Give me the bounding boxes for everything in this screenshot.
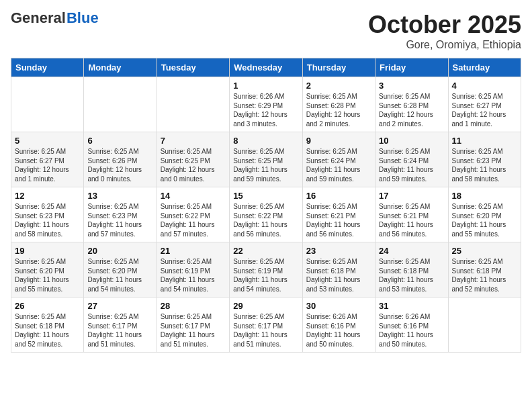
cell-info: Daylight: 11 hours and 56 minutes. [379,220,444,238]
day-number: 19 [15,246,80,256]
cell-info: Sunset: 6:28 PM [379,101,444,111]
cell-info: Daylight: 12 hours and 1 minute. [15,165,80,183]
cell-info: Sunrise: 6:25 AM [306,147,371,156]
day-number: 4 [452,81,517,91]
cell-info: Daylight: 11 hours and 56 minutes. [306,220,371,238]
cell-info: Sunset: 6:16 PM [306,322,371,331]
location-subtitle: Gore, Oromiya, Ethiopia [368,39,521,51]
calendar-header-row: SundayMondayTuesdayWednesdayThursdayFrid… [11,58,521,77]
day-number: 1 [233,81,298,91]
cell-info: Sunrise: 6:25 AM [87,202,152,212]
header-tuesday: Tuesday [157,58,229,77]
cell-info: Sunset: 6:24 PM [306,156,371,166]
day-number: 2 [306,81,371,91]
calendar-cell [11,77,84,132]
cell-info: Sunset: 6:21 PM [306,212,371,221]
day-number: 9 [306,136,371,146]
day-number: 28 [161,301,226,311]
cell-info: Daylight: 11 hours and 51 minutes. [233,330,298,349]
calendar-cell: 13Sunrise: 6:25 AMSunset: 6:23 PMDayligh… [84,187,157,242]
calendar-cell: 12Sunrise: 6:25 AMSunset: 6:23 PMDayligh… [11,187,84,242]
calendar-cell: 9Sunrise: 6:25 AMSunset: 6:24 PMDaylight… [302,132,375,187]
cell-info: Daylight: 12 hours and 2 minutes. [306,110,371,128]
cell-info: Sunset: 6:23 PM [15,212,80,221]
cell-info: Sunset: 6:17 PM [233,322,298,331]
cell-info: Sunrise: 6:25 AM [161,202,226,212]
cell-info: Daylight: 11 hours and 59 minutes. [233,165,298,183]
cell-info: Sunrise: 6:25 AM [233,257,298,267]
cell-info: Sunset: 6:28 PM [306,101,371,111]
page-header: General Blue October 2025 Gore, Oromiya,… [11,11,521,51]
header-sunday: Sunday [11,58,84,77]
calendar-week-2: 5Sunrise: 6:25 AMSunset: 6:27 PMDaylight… [11,132,521,187]
cell-info: Sunrise: 6:25 AM [15,312,80,322]
calendar-cell: 31Sunrise: 6:26 AMSunset: 6:16 PMDayligh… [375,298,448,353]
cell-info: Sunrise: 6:25 AM [452,147,517,156]
cell-info: Daylight: 11 hours and 56 minutes. [233,220,298,238]
cell-info: Sunset: 6:16 PM [379,322,444,331]
day-number: 3 [379,81,444,91]
cell-info: Sunset: 6:18 PM [15,322,80,331]
calendar-cell: 20Sunrise: 6:25 AMSunset: 6:20 PMDayligh… [84,242,157,298]
cell-info: Sunrise: 6:25 AM [379,147,444,156]
cell-info: Sunrise: 6:26 AM [233,92,298,101]
day-number: 24 [379,246,444,256]
calendar-cell: 1Sunrise: 6:26 AMSunset: 6:29 PMDaylight… [230,77,302,132]
cell-info: Sunset: 6:18 PM [452,267,517,276]
calendar-cell: 19Sunrise: 6:25 AMSunset: 6:20 PMDayligh… [11,242,84,298]
logo: General Blue [11,11,78,26]
cell-info: Sunset: 6:18 PM [306,267,371,276]
cell-info: Daylight: 11 hours and 58 minutes. [452,165,517,183]
day-number: 6 [87,136,152,146]
cell-info: Sunrise: 6:25 AM [379,92,444,101]
cell-info: Daylight: 11 hours and 52 minutes. [15,330,80,349]
cell-info: Sunset: 6:19 PM [233,267,298,276]
cell-info: Sunset: 6:23 PM [452,156,517,166]
cell-info: Daylight: 11 hours and 55 minutes. [15,275,80,293]
cell-info: Daylight: 12 hours and 0 minutes. [161,165,226,183]
cell-info: Daylight: 12 hours and 2 minutes. [379,110,444,128]
cell-info: Sunset: 6:20 PM [87,267,152,276]
cell-info: Sunset: 6:22 PM [161,212,226,221]
cell-info: Sunset: 6:29 PM [233,101,298,111]
cell-info: Sunset: 6:17 PM [87,322,152,331]
calendar-cell: 30Sunrise: 6:26 AMSunset: 6:16 PMDayligh… [302,298,375,353]
calendar-cell: 8Sunrise: 6:25 AMSunset: 6:25 PMDaylight… [230,132,302,187]
day-number: 11 [452,136,517,146]
cell-info: Sunrise: 6:25 AM [15,202,80,212]
cell-info: Sunrise: 6:25 AM [233,147,298,156]
cell-info: Sunrise: 6:25 AM [87,312,152,322]
cell-info: Sunrise: 6:25 AM [379,257,444,267]
day-number: 31 [379,301,444,311]
day-number: 26 [15,301,80,311]
cell-info: Sunset: 6:21 PM [379,212,444,221]
month-title: October 2025 [368,11,521,39]
day-number: 17 [379,191,444,201]
cell-info: Daylight: 12 hours and 0 minutes. [87,165,152,183]
calendar-cell: 10Sunrise: 6:25 AMSunset: 6:24 PMDayligh… [375,132,448,187]
cell-info: Sunrise: 6:25 AM [87,147,152,156]
calendar-cell: 4Sunrise: 6:25 AMSunset: 6:27 PMDaylight… [448,77,521,132]
cell-info: Daylight: 11 hours and 57 minutes. [87,220,152,238]
calendar-cell: 18Sunrise: 6:25 AMSunset: 6:20 PMDayligh… [448,187,521,242]
header-friday: Friday [375,58,448,77]
cell-info: Daylight: 11 hours and 50 minutes. [306,330,371,349]
calendar-cell: 15Sunrise: 6:25 AMSunset: 6:22 PMDayligh… [230,187,302,242]
day-number: 14 [161,191,226,201]
cell-info: Daylight: 12 hours and 1 minute. [452,110,517,128]
calendar-cell: 5Sunrise: 6:25 AMSunset: 6:27 PMDaylight… [11,132,84,187]
calendar-cell: 16Sunrise: 6:25 AMSunset: 6:21 PMDayligh… [302,187,375,242]
logo-blue-text: Blue [66,11,99,26]
cell-info: Daylight: 11 hours and 59 minutes. [379,165,444,183]
day-number: 5 [15,136,80,146]
calendar-cell: 7Sunrise: 6:25 AMSunset: 6:25 PMDaylight… [157,132,229,187]
cell-info: Daylight: 11 hours and 55 minutes. [452,220,517,238]
cell-info: Sunrise: 6:25 AM [306,92,371,101]
day-number: 16 [306,191,371,201]
cell-info: Sunset: 6:25 PM [233,156,298,166]
calendar-cell: 17Sunrise: 6:25 AMSunset: 6:21 PMDayligh… [375,187,448,242]
cell-info: Sunset: 6:25 PM [161,156,226,166]
cell-info: Daylight: 11 hours and 52 minutes. [452,275,517,293]
calendar-week-1: 1Sunrise: 6:26 AMSunset: 6:29 PMDaylight… [11,77,521,132]
day-number: 20 [87,246,152,256]
